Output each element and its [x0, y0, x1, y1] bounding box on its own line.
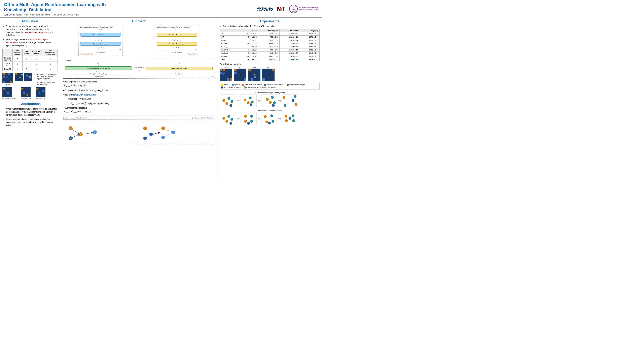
svg-text:âk: âk: [70, 138, 72, 140]
qual-ours-svg: [220, 68, 232, 81]
qual-idt: IDT: [262, 66, 274, 82]
svg-point-84: [230, 100, 233, 103]
col-header-noreward: No reward: [22, 49, 31, 56]
method-name: MA-CQL: [220, 42, 236, 45]
svg-rect-19: [3, 88, 5, 90]
svg-rect-78: [262, 78, 265, 81]
method-name: MA-ICQ: [220, 45, 236, 48]
legend-block-agent1: block passed by agent 1: [286, 84, 306, 86]
mit-text: MıT: [277, 6, 285, 12]
svg-rect-63: [227, 78, 229, 81]
svg-point-106: [226, 120, 228, 123]
experiments-intro: Our method outperform other IL / offline…: [223, 25, 320, 28]
formula-total: • Overall learning objective Litotal = L…: [63, 106, 214, 114]
madt-dots: • • •: [157, 37, 197, 39]
svg-point-89: [249, 96, 252, 99]
svg-point-102: [284, 104, 286, 107]
il-val4: ○: [43, 56, 58, 62]
svg-point-100: [295, 103, 298, 106]
svg-rect-10: [3, 81, 5, 83]
relational-section: • Relational policy distillation: Lirel …: [63, 97, 214, 106]
title-line1: Offline Multi-Agent Reinforcement Learni…: [4, 2, 106, 7]
svg-point-120: [272, 120, 274, 123]
col-equalspace: Equal Space: [258, 29, 279, 32]
nips-icon: ●●●●● ●●●●●: [289, 4, 298, 13]
arrow-1: →: [17, 87, 20, 93]
svg-text:●●●●●: ●●●●●: [292, 8, 295, 9]
img-bc: (c) Behavior Cloning: [2, 87, 16, 99]
il-val3: ✗: [31, 56, 43, 62]
result-value: -9.35 ± 0.64: [258, 32, 279, 36]
svg-rect-20: [7, 92, 9, 94]
img-goal: (a) Goal: [2, 73, 13, 86]
legend-agent2: agent 2: [232, 84, 240, 86]
ours-dots: • • •: [65, 70, 132, 72]
svg-rect-17: [29, 76, 30, 78]
svg-rect-16: [26, 75, 28, 76]
normal-arrow3: ⇒: [278, 98, 281, 103]
result-value: -8.43 ± 0.42: [258, 52, 279, 55]
normal-frame3: [261, 94, 277, 108]
offrl-val4: ○: [43, 67, 58, 71]
result-value: -8.43 ± 0.63: [258, 55, 279, 58]
legend-agent1: agent 1: [221, 84, 229, 86]
normal-distill-row: ⇒ ⇒: [220, 94, 320, 108]
svg-point-94: [269, 101, 272, 104]
svg-point-108: [230, 118, 233, 121]
method-name: BC: [220, 32, 236, 36]
quality-text: quality of multi-agent demonstration: [6, 38, 48, 44]
offrl-val1: ○: [12, 67, 22, 71]
madt-dataset: Offline Dataset: [157, 51, 197, 53]
normal-frame4: [282, 94, 298, 108]
svg-point-123: [284, 115, 288, 118]
idt-inputs: âit-1 Rit-1 oit-1 âit-1: [80, 39, 121, 42]
svg-rect-68: [234, 72, 236, 74]
result-value: -6.99 ± 0.38: [258, 42, 279, 45]
table-row: Imitation Learning ✗ ○ ✗ ○: [2, 56, 58, 62]
idt-dt-block-bottom: Decision Transformer: [80, 42, 121, 46]
svg-text:f̂k: f̂k: [144, 128, 146, 129]
col-motivation: Motivation Frequently performing the env…: [0, 18, 60, 181]
svg-rect-12: [16, 73, 17, 75]
svg-rect-72: [248, 69, 250, 71]
motivation-bullet-1: Frequently performing the environment in…: [6, 25, 58, 37]
cdt-block: Centralized Decision Transformer: [65, 66, 132, 70]
paper-title: Offline Multi-Agent Reinforcement Learni…: [4, 2, 257, 13]
block-both-label: block passed by both agent 1 and agent 2: [246, 86, 276, 88]
qual-madt-svg: [248, 68, 260, 81]
table-header-row: Fill-In Equal Space Grid-World Highway: [220, 29, 320, 32]
svg-point-101: [294, 95, 296, 98]
ours-output-label: â1:n: [65, 62, 132, 64]
svg-text:ât: ât: [80, 134, 81, 136]
policy-distill-label: Policy Distillation: [134, 67, 144, 68]
svg-rect-67: [234, 69, 236, 71]
table-row: MA-CQL-9.41 ± 1.72-6.99 ± 0.381.44 ± 0.3…: [220, 42, 320, 45]
formula-behavior: • How to perform reasonable behavior: Li…: [63, 80, 214, 88]
svg-line-35: [72, 130, 79, 134]
main-body: Motivation Frequently performing the env…: [0, 18, 322, 181]
svg-point-97: [272, 104, 275, 107]
section-divider: [63, 115, 214, 116]
header-left: Offline Multi-Agent Reinforcement Learni…: [4, 2, 257, 16]
ours-dataset: Offline Dataset: [65, 75, 132, 77]
init2-dot: [264, 84, 266, 86]
qual-bc-svg: [234, 68, 246, 81]
svg-rect-14: [21, 74, 23, 76]
distill-arrow: Policy Distillation →: [134, 67, 144, 72]
svg-point-90: [251, 100, 254, 103]
svg-point-119: [270, 114, 273, 117]
normal-arrow1: ⇒: [237, 98, 240, 103]
idt-arrow-up: ↑: [80, 31, 121, 32]
idt-non-shared: Non-Shared Weight: [80, 53, 121, 55]
label-student: (e) Student DT: [36, 97, 46, 99]
table-row: MADT-6.51 ± 0.21-6.91 ± 0.921.57 ± 0.341…: [220, 38, 320, 42]
results-table: Fill-In Equal Space Grid-World Highway B…: [220, 29, 320, 61]
irl-val3: ○: [31, 62, 43, 67]
svg-rect-5: [3, 74, 5, 76]
svg-point-124: [285, 119, 288, 122]
qual-idt-svg: [262, 68, 274, 81]
madt-inputs2: âit-1 Rit oit âit: [157, 46, 197, 49]
svg-point-112: [244, 120, 247, 123]
relational-distill-title: Relational Distillation (Ours): [220, 110, 320, 112]
relational-distill-row: ⇒ ⇒: [220, 112, 320, 125]
